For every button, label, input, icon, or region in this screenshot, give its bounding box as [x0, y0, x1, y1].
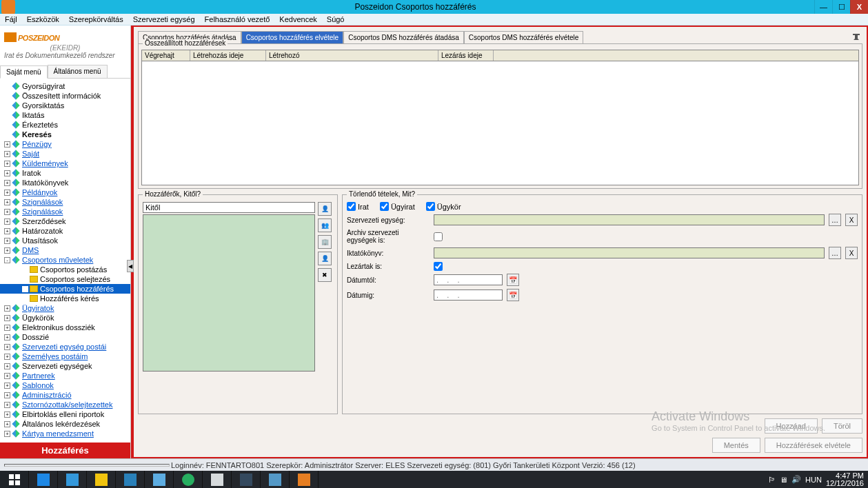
pin-icon[interactable]	[851, 32, 861, 42]
side-tab-altalanos[interactable]: Általános menü	[48, 65, 108, 78]
tree-node[interactable]: +Pénzügy	[0, 139, 130, 149]
tab-dms-atadas[interactable]: Csoportos DMS hozzáférés átadása	[343, 31, 464, 43]
tree-node[interactable]: +Határozatok	[0, 226, 130, 236]
menu-felhasznalo[interactable]: Felhasználó vezető	[200, 14, 275, 25]
grid-body[interactable]	[141, 61, 859, 185]
kitol-input[interactable]	[143, 202, 315, 213]
tree-node[interactable]: Gyorsügyirat	[0, 81, 130, 91]
taskbar-powershell[interactable]	[58, 471, 87, 488]
tree-node[interactable]: Keresés	[0, 130, 130, 139]
lookup-button-3[interactable]: 🏢	[318, 235, 332, 249]
tree-node[interactable]: +Dosszié	[0, 332, 130, 342]
tab-elvetel[interactable]: Csoportos hozzáférés elvétele	[241, 31, 344, 43]
tree-node[interactable]: +Kártya menedzsment	[0, 429, 130, 438]
taskbar-app4[interactable]	[203, 471, 232, 488]
mentes-button[interactable]: Mentés	[712, 438, 760, 453]
taskbar-app2[interactable]	[145, 471, 174, 488]
elvetel-button[interactable]: Hozzáférések elvétele	[765, 438, 862, 453]
taskbar-app5[interactable]	[232, 471, 261, 488]
tree-node[interactable]: Iktatás	[0, 110, 130, 120]
tree-node[interactable]: +Küldemények	[0, 159, 130, 168]
menu-szerepkor[interactable]: Szerepkörváltás	[64, 14, 128, 25]
side-tab-sajat[interactable]: Saját menü	[0, 65, 48, 79]
tree-node[interactable]: -Csoportos műveletek	[0, 255, 130, 265]
tree-node[interactable]: +Sztornózottak/selejtezettek	[0, 400, 130, 409]
iktato-lookup[interactable]: …	[829, 247, 841, 259]
hozzaad-button[interactable]: Hozzáad	[765, 418, 818, 434]
tree-node[interactable]: +Iratok	[0, 168, 130, 178]
tree-node[interactable]: +Szervezeti egység postái	[0, 342, 130, 352]
tree-node[interactable]: +DMS	[0, 245, 130, 255]
iktato-input[interactable]	[434, 247, 825, 258]
datumig-picker[interactable]: 📅	[507, 289, 519, 301]
start-button[interactable]	[0, 471, 29, 488]
datumig-input[interactable]	[434, 289, 503, 301]
taskbar-app6[interactable]	[261, 471, 290, 488]
taskbar-poszeidon[interactable]	[290, 471, 319, 488]
chk-ugykor[interactable]: Ügykör	[426, 202, 461, 211]
tree-node[interactable]: Csoportos selejtezés	[0, 274, 130, 284]
menu-fajl[interactable]: Fájl	[0, 14, 22, 25]
tree-node[interactable]: +Szervezeti egységek	[0, 361, 130, 371]
lookup-button-5[interactable]: ✖	[318, 268, 332, 282]
tray-sound-icon[interactable]: 🔊	[791, 475, 801, 484]
taskbar-app1[interactable]	[116, 471, 145, 488]
datumtol-picker[interactable]: 📅	[507, 274, 519, 286]
tree-node[interactable]: +Példányok	[0, 187, 130, 197]
szerv-clear[interactable]: X	[845, 214, 858, 226]
archiv-checkbox[interactable]	[434, 232, 443, 241]
tree-node[interactable]: +Partnerek	[0, 371, 130, 380]
col-letrehozas[interactable]: Létrehozás ideje	[190, 50, 266, 61]
tree-node[interactable]: +Szerződések	[0, 216, 130, 226]
tree-node[interactable]: +Elektronikus dossziék	[0, 323, 130, 332]
tray-lang[interactable]: HUN	[805, 476, 822, 484]
iktato-clear[interactable]: X	[845, 247, 858, 259]
kitol-listbox[interactable]	[143, 214, 315, 372]
tree-node[interactable]: +Általános lekérdezések	[0, 419, 130, 429]
datumtol-input[interactable]	[434, 274, 503, 285]
tab-dms-elvetel[interactable]: Csoportos DMS hozzáférés elvétele	[464, 31, 584, 43]
system-tray[interactable]: 🏳 🖥 🔊 HUN 4:47 PM 12/12/2016	[764, 472, 868, 487]
tray-network-icon[interactable]: 🖥	[780, 476, 787, 484]
tree-node[interactable]: +Ügykörök	[0, 313, 130, 323]
navigation-tree[interactable]: GyorsügyiratÖsszesített információkGyors…	[0, 79, 130, 443]
tree-node[interactable]: +Szignálások	[0, 207, 130, 216]
menu-kedvencek[interactable]: Kedvencek	[274, 14, 321, 25]
tree-node[interactable]: +Személyes postáim	[0, 352, 130, 361]
lookup-button-1[interactable]: 👤	[318, 202, 332, 216]
tree-node[interactable]: Érkeztetés	[0, 120, 130, 130]
tree-node[interactable]: +Saját	[0, 149, 130, 159]
tree-node[interactable]: Hozzáférés kérés	[0, 294, 130, 303]
minimize-button[interactable]: —	[814, 0, 832, 14]
tree-node[interactable]: Összesített információk	[0, 91, 130, 101]
torol-button[interactable]: Töröl	[822, 418, 862, 434]
chk-irat[interactable]: Irat	[347, 202, 369, 211]
tree-node[interactable]: +Sablonok	[0, 380, 130, 390]
col-lezaras[interactable]: Lezárás ideje	[438, 50, 494, 61]
lezartak-checkbox[interactable]	[434, 262, 443, 271]
chk-ugyirat[interactable]: Ügyirat	[380, 202, 415, 211]
menu-eszkozok[interactable]: Eszközök	[22, 14, 64, 25]
tree-node[interactable]: Gyorsiktatás	[0, 101, 130, 110]
tree-node[interactable]: +Utasítások	[0, 236, 130, 245]
tree-node[interactable]: +Elbirtoklás elleni riportok	[0, 409, 130, 419]
tree-node[interactable]: Csoportos postázás	[0, 265, 130, 274]
menu-szervezeti[interactable]: Szervezeti egység	[128, 14, 200, 25]
tree-node[interactable]: +Ügyiratok	[0, 303, 130, 313]
taskbar-files[interactable]	[87, 471, 116, 488]
tree-node[interactable]: +Adminisztráció	[0, 390, 130, 400]
menu-sugo[interactable]: Súgó	[322, 14, 350, 25]
tree-node[interactable]: Csoportos hozzáférés	[0, 284, 130, 294]
lookup-button-4[interactable]: 👤	[318, 252, 332, 265]
sidebar-collapse-handle[interactable]: ◀	[127, 260, 134, 272]
col-letrehozo[interactable]: Létrehozó	[266, 50, 438, 61]
taskbar-app3[interactable]	[174, 471, 203, 488]
col-vegrehajt[interactable]: Végrehajt	[142, 50, 190, 61]
szerv-input[interactable]	[434, 214, 825, 225]
szerv-lookup[interactable]: …	[829, 214, 841, 226]
tree-node[interactable]: +Szignálások	[0, 197, 130, 207]
lookup-button-2[interactable]: 👥	[318, 218, 332, 232]
maximize-button[interactable]: ☐	[832, 0, 850, 14]
taskbar-explorer[interactable]	[29, 471, 58, 488]
tree-node[interactable]: +Iktatókönyvek	[0, 178, 130, 187]
